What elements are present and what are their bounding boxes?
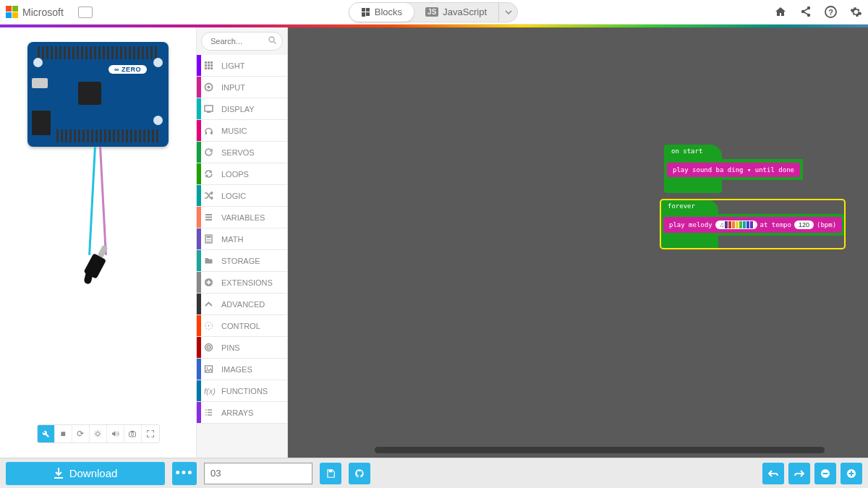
svg-rect-2	[362, 12, 365, 17]
category-logic[interactable]: LOGIC	[197, 185, 287, 207]
svg-point-13	[269, 37, 274, 42]
download-button[interactable]: Download	[6, 462, 165, 485]
category-loops[interactable]: LOOPS	[197, 163, 287, 185]
svg-rect-19	[210, 64, 213, 67]
image-icon	[204, 364, 216, 374]
block-forever[interactable]: foreverplay melody ♫ at tempo 120 (bpm)	[660, 200, 845, 249]
caret-up-icon	[204, 301, 216, 307]
toolbox-panel: LIGHTINPUTDISPLAYMUSICSERVOSLOOPSLOGICVA…	[197, 27, 288, 458]
sim-fullscreen-button[interactable]	[142, 425, 159, 442]
loop-icon	[204, 169, 216, 179]
display-icon	[204, 104, 216, 114]
sim-snapshot-button[interactable]	[124, 425, 142, 442]
javascript-tab[interactable]: JS JavaScript	[414, 3, 498, 22]
workspace-scrollbar[interactable]	[375, 447, 825, 453]
redo-button[interactable]	[788, 463, 810, 484]
svg-rect-17	[205, 64, 207, 67]
simulator-panel: ∞ ZERO ■ ⟳	[0, 27, 197, 458]
category-music[interactable]: MUSIC	[197, 120, 287, 142]
svg-point-11	[131, 433, 134, 436]
blocks-tab[interactable]: Blocks	[349, 3, 414, 22]
category-light[interactable]: LIGHT	[197, 55, 287, 77]
download-icon	[54, 468, 64, 479]
list-icon	[204, 408, 216, 417]
zoom-out-button[interactable]	[814, 463, 836, 484]
svg-point-44	[207, 367, 208, 369]
help-icon[interactable]: ?	[825, 6, 837, 18]
svg-rect-1	[366, 8, 370, 12]
svg-rect-0	[362, 8, 365, 12]
category-pins[interactable]: PINS	[197, 337, 287, 359]
save-button[interactable]	[320, 463, 341, 484]
svg-point-42	[208, 347, 210, 348]
project-name-input[interactable]	[204, 463, 312, 484]
category-extensions[interactable]: EXTENSIONS	[197, 272, 287, 294]
svg-rect-28	[210, 132, 213, 134]
svg-point-24	[208, 86, 210, 89]
svg-point-39	[208, 325, 210, 327]
category-images[interactable]: IMAGES	[197, 359, 287, 380]
svg-rect-50	[851, 471, 852, 476]
board-simulator[interactable]: ∞ ZERO	[27, 42, 169, 147]
svg-point-31	[207, 239, 208, 241]
calc-icon	[204, 234, 216, 244]
brand-text: Microsoft	[22, 7, 64, 18]
home-icon[interactable]	[774, 6, 787, 18]
category-math[interactable]: MATH	[197, 228, 287, 250]
category-servos[interactable]: SERVOS	[197, 142, 287, 163]
target-icon	[204, 343, 216, 352]
audio-jack-icon	[80, 241, 114, 281]
block-on-start[interactable]: on startplay sound ba ding ▾ until done	[664, 145, 803, 193]
main-area: ∞ ZERO ■ ⟳ LIG	[0, 27, 868, 458]
sim-restart-button[interactable]: ⟳	[72, 425, 90, 442]
svg-rect-16	[210, 61, 213, 64]
language-dropdown[interactable]	[498, 3, 517, 22]
toolbox-search	[201, 32, 283, 51]
zoom-in-button[interactable]	[841, 463, 862, 484]
svg-rect-22	[210, 67, 213, 69]
download-more-button[interactable]: •••	[172, 462, 197, 485]
wire-diagram	[26, 147, 171, 273]
blocks-workspace[interactable]: on startplay sound ba ding ▾ until donef…	[288, 27, 868, 458]
search-icon	[268, 36, 276, 44]
category-variables[interactable]: VARIABLES	[197, 207, 287, 228]
blocks-icon	[361, 7, 370, 17]
sim-audio-button[interactable]	[107, 425, 124, 442]
svg-point-34	[207, 241, 208, 242]
chevron-down-icon	[505, 10, 512, 14]
header-bar: Microsoft Blocks JS JavaScript ?	[0, 0, 868, 25]
category-input[interactable]: INPUT	[197, 77, 287, 98]
category-display[interactable]: DISPLAY	[197, 98, 287, 120]
js-icon: JS	[425, 7, 438, 17]
view-toggle: Blocks JS JavaScript	[349, 2, 518, 22]
svg-rect-15	[208, 61, 210, 64]
grid-icon	[204, 61, 216, 70]
category-storage[interactable]: STORAGE	[197, 250, 287, 272]
dots-icon	[204, 321, 216, 330]
sim-debug-button[interactable]	[90, 425, 107, 442]
header-actions: ?	[774, 6, 862, 18]
svg-rect-3	[366, 12, 370, 16]
svg-text:?: ?	[828, 8, 833, 17]
lines-icon	[204, 213, 216, 222]
gear-icon[interactable]	[850, 6, 862, 18]
svg-rect-18	[208, 64, 210, 67]
category-control[interactable]: CONTROL	[197, 315, 287, 337]
share-icon[interactable]	[800, 6, 812, 18]
sim-stop-button[interactable]: ■	[55, 425, 72, 442]
github-button[interactable]	[349, 463, 370, 484]
sim-wrench-button[interactable]	[38, 425, 55, 442]
category-advanced[interactable]: ADVANCED	[197, 294, 287, 315]
svg-rect-45	[329, 469, 333, 472]
footer-bar: Download •••	[0, 458, 868, 488]
category-arrays[interactable]: ARRAYS	[197, 402, 287, 424]
target-badge-icon[interactable]	[78, 7, 93, 18]
svg-rect-12	[131, 431, 134, 432]
ms-squares-icon	[6, 6, 18, 18]
svg-rect-27	[205, 132, 208, 134]
undo-button[interactable]	[762, 463, 784, 484]
svg-point-35	[208, 241, 210, 242]
svg-point-36	[210, 241, 211, 242]
category-functions[interactable]: f(x)FUNCTIONS	[197, 380, 287, 402]
simulator-toolbar: ■ ⟳	[37, 424, 160, 443]
